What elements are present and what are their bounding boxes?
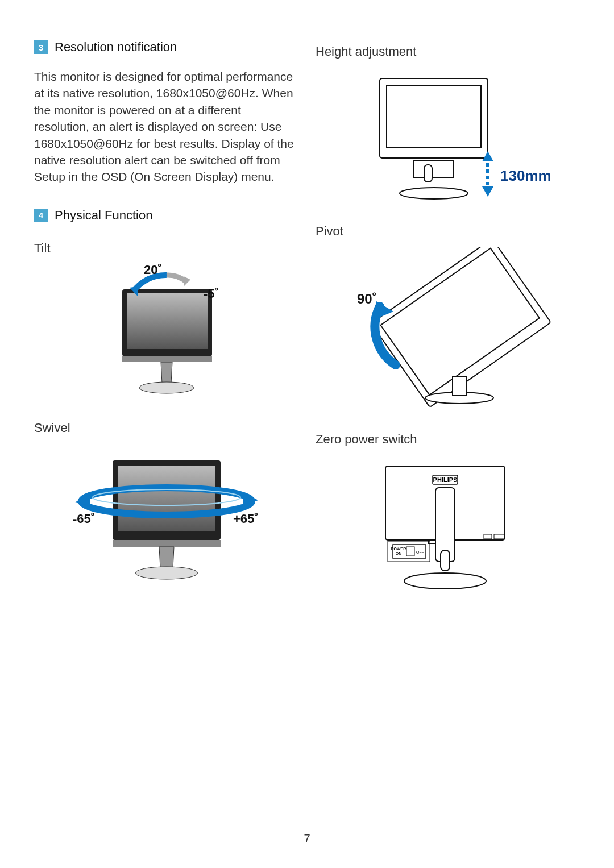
svg-rect-7 — [118, 466, 215, 531]
height-value-text: 130mm — [500, 167, 551, 184]
swivel-pos-text: +65˚ — [233, 512, 259, 526]
manual-page: 3 Resolution notification This monitor i… — [0, 0, 614, 868]
swivel-label: Swivel — [34, 421, 298, 435]
on-text: ON — [395, 551, 401, 555]
swivel-neg-text: -65˚ — [73, 512, 95, 526]
svg-rect-16 — [414, 161, 454, 178]
pivot-figure: 90˚ — [316, 247, 580, 417]
zero-diagram-icon: PHILIPS POWER ON OFF — [354, 455, 542, 597]
svg-point-9 — [135, 567, 198, 579]
svg-rect-1 — [127, 293, 208, 349]
brand-text: PHILIPS — [433, 476, 457, 483]
section-3-body: This monitor is designed for optimal per… — [34, 68, 298, 185]
svg-rect-32 — [494, 534, 504, 539]
tilt-figure: 20˚ -5˚ — [34, 264, 298, 406]
swivel-diagram-icon: -65˚ +65˚ — [61, 443, 272, 591]
svg-rect-8 — [113, 540, 221, 547]
zero-figure: PHILIPS POWER ON OFF — [316, 455, 580, 597]
right-column: Height adjustment 130mm Pivot — [316, 40, 580, 868]
svg-rect-30 — [441, 550, 450, 571]
svg-point-31 — [404, 573, 486, 589]
svg-rect-25 — [453, 376, 466, 396]
pivot-diagram-icon: 90˚ — [334, 247, 562, 417]
pivot-label: Pivot — [316, 224, 580, 239]
svg-rect-33 — [484, 534, 492, 539]
svg-rect-17 — [424, 165, 432, 182]
badge-3-icon: 3 — [34, 40, 48, 54]
svg-point-18 — [400, 188, 468, 199]
zero-label: Zero power switch — [316, 432, 580, 447]
svg-marker-11 — [75, 492, 90, 506]
height-diagram-icon: 130mm — [340, 67, 556, 209]
power-text: POWER — [391, 547, 405, 551]
pivot-deg-text: 90˚ — [357, 291, 377, 306]
tilt-back-text: -5˚ — [204, 286, 219, 301]
tilt-label: Tilt — [34, 241, 298, 256]
svg-marker-21 — [482, 186, 493, 197]
height-figure: 130mm — [316, 67, 580, 209]
svg-point-3 — [139, 382, 194, 393]
section-3-heading: 3 Resolution notification — [34, 40, 298, 55]
swivel-figure: -65˚ +65˚ — [34, 443, 298, 591]
height-label: Height adjustment — [316, 44, 580, 59]
svg-rect-23 — [380, 248, 539, 395]
svg-rect-2 — [122, 356, 212, 362]
svg-rect-35 — [406, 547, 414, 556]
section-3-title: Resolution notification — [55, 40, 177, 55]
svg-rect-15 — [387, 85, 481, 148]
tilt-diagram-icon: 20˚ -5˚ — [81, 264, 252, 406]
section-4-heading: 4 Physical Function — [34, 208, 298, 223]
badge-4-icon: 4 — [34, 209, 48, 222]
page-number: 7 — [304, 832, 310, 845]
svg-marker-5 — [184, 276, 190, 286]
tilt-fwd-text: 20˚ — [144, 264, 162, 277]
left-column: 3 Resolution notification This monitor i… — [34, 40, 298, 868]
section-4-title: Physical Function — [55, 208, 152, 223]
off-text: OFF — [416, 550, 424, 554]
